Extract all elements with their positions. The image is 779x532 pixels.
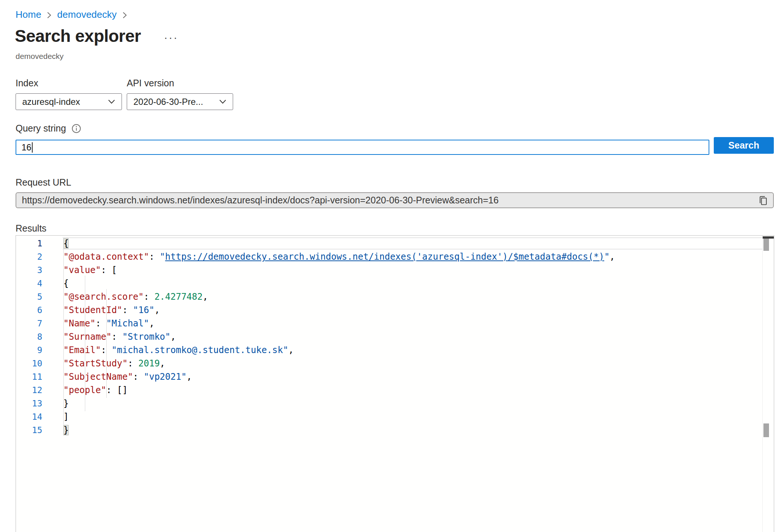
results-label: Results <box>16 223 46 234</box>
code-token: : <box>122 305 133 315</box>
indent-guide <box>106 382 107 398</box>
line-number: 13 <box>16 399 42 408</box>
request-url-value: https://demovedecky.search.windows.net/i… <box>22 195 498 206</box>
ellipsis-icon[interactable]: ··· <box>164 32 178 46</box>
code-token: "StartStudy" <box>63 358 127 369</box>
page-title: Search explorer <box>15 26 141 46</box>
line-number: 8 <box>16 332 42 342</box>
code-line[interactable]: 7 "Name": "Michal", <box>16 317 762 330</box>
code-token: , <box>160 358 165 369</box>
breadcrumb-link-home[interactable]: Home <box>16 9 41 20</box>
code-token: , <box>186 372 192 382</box>
code-token: : <box>133 372 144 382</box>
scrollbar-thumb[interactable] <box>763 239 769 251</box>
code-token: "SubjectName" <box>63 372 133 382</box>
code-line[interactable]: 3 "value": [ <box>16 263 762 277</box>
code-token: "Stromko" <box>122 332 170 342</box>
index-dropdown[interactable]: azuresql-index <box>16 93 122 110</box>
line-number: 2 <box>16 252 42 262</box>
line-number: 5 <box>16 292 42 302</box>
query-input-value: 16 <box>21 142 32 153</box>
chevron-down-icon <box>108 99 115 104</box>
results-editor[interactable]: 1{2 "@odata.context": "https://demovedec… <box>16 235 774 532</box>
info-icon[interactable] <box>72 124 81 133</box>
code-line[interactable]: 14 ] <box>16 410 762 423</box>
search-button[interactable]: Search <box>714 137 774 154</box>
line-number: 4 <box>16 279 42 288</box>
code-token: : <box>101 265 112 275</box>
request-url-field: https://demovedecky.search.windows.net/i… <box>16 192 774 208</box>
matched-bracket: { <box>63 238 69 249</box>
code-token: : <box>96 318 106 329</box>
code-line[interactable]: 8 "Surname": "Stromko", <box>16 330 762 343</box>
code-line[interactable]: 15} <box>16 423 762 437</box>
copy-icon[interactable] <box>758 195 768 206</box>
indent-guide <box>63 409 64 425</box>
code-token: : <box>112 332 122 342</box>
code-line[interactable]: 9 "Email": "michal.stromko@.student.tuke… <box>16 343 762 357</box>
code-token: , <box>203 292 208 302</box>
code-line[interactable]: 10 "StartStudy": 2019, <box>16 357 762 370</box>
code-token: "value" <box>63 265 101 275</box>
line-number: 12 <box>16 385 42 395</box>
code-token: "vp2021" <box>144 372 187 382</box>
code-token: ] <box>63 412 69 422</box>
code-token: "Email" <box>63 345 101 355</box>
line-number: 9 <box>16 345 42 355</box>
matched-bracket: } <box>63 425 69 435</box>
code-token: "@search.score" <box>63 292 144 302</box>
code-token: " <box>604 252 609 262</box>
code-token: : <box>106 385 117 395</box>
code-token: "Surname" <box>63 332 112 342</box>
code-token: "StudentId" <box>63 305 122 315</box>
index-label: Index <box>16 78 38 89</box>
line-number: 15 <box>16 425 42 435</box>
code-token: " <box>160 252 165 262</box>
chevron-right-icon <box>122 11 127 19</box>
code-token: "16" <box>133 305 155 315</box>
breadcrumb: Home demovedecky <box>16 9 127 20</box>
code-line[interactable]: 11 "SubjectName": "vp2021", <box>16 370 762 383</box>
code-line[interactable]: 13 } <box>16 397 762 410</box>
index-dropdown-value: azuresql-index <box>22 97 80 107</box>
line-number: 6 <box>16 305 42 315</box>
code-line[interactable]: 12 "people": [] <box>16 383 762 397</box>
query-input[interactable]: 16 <box>16 140 709 155</box>
code-line[interactable]: 4 { <box>16 277 762 290</box>
text-caret <box>32 142 33 153</box>
code-token: , <box>155 305 160 315</box>
code-line[interactable]: 6 "StudentId": "16", <box>16 303 762 317</box>
code-token: , <box>170 332 176 342</box>
code-token: , <box>149 318 154 329</box>
api-version-label: API version <box>127 78 174 89</box>
code-token: : <box>127 358 138 369</box>
code-token: , <box>288 345 294 355</box>
line-number: 14 <box>16 412 42 422</box>
code-token: [] <box>117 385 128 395</box>
code-lines: 1{2 "@odata.context": "https://demovedec… <box>16 237 762 437</box>
editor-scrollbar[interactable] <box>762 236 774 532</box>
code-line[interactable]: 2 "@odata.context": "https://demovedecky… <box>16 250 762 263</box>
query-string-label: Query string <box>16 123 66 134</box>
api-version-dropdown[interactable]: 2020-06-30-Pre... <box>127 93 233 110</box>
line-number: 3 <box>16 265 42 275</box>
line-number: 10 <box>16 359 42 368</box>
breadcrumb-link-demovedecky[interactable]: demovedecky <box>57 9 116 20</box>
line-number: 1 <box>16 239 42 248</box>
code-token: , <box>610 252 615 262</box>
indent-guide <box>85 396 85 411</box>
code-token: : <box>149 252 160 262</box>
code-line[interactable]: 1{ <box>16 237 762 250</box>
code-token: : <box>144 292 155 302</box>
code-token: [ <box>112 265 117 275</box>
code-token: "Name" <box>63 318 96 329</box>
scrollbar-thumb[interactable] <box>763 423 769 437</box>
chevron-right-icon <box>47 11 52 19</box>
chevron-down-icon <box>219 99 226 104</box>
api-version-dropdown-value: 2020-06-30-Pre... <box>133 97 203 107</box>
code-line[interactable]: 5 "@search.score": 2.4277482, <box>16 290 762 303</box>
code-token: "@odata.context" <box>63 252 149 262</box>
code-token: "michal.stromko@.student.tuke.sk" <box>112 345 288 355</box>
code-token: { <box>63 278 69 289</box>
code-token: } <box>63 398 69 409</box>
